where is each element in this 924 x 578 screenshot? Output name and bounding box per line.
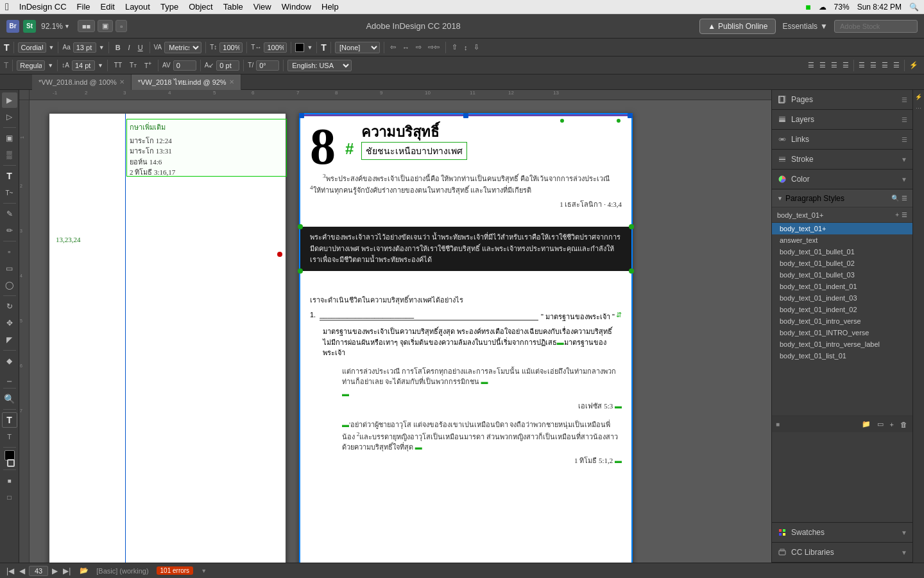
font-name-input[interactable] — [18, 42, 46, 53]
pages-panel-header[interactable]: Pages ☰ — [772, 90, 912, 109]
links-menu-icon[interactable]: ☰ — [902, 136, 907, 143]
direct-select-tool[interactable]: ▷ — [2, 109, 17, 125]
rectangle-tool[interactable]: ▭ — [2, 261, 17, 276]
view-mode-btn3[interactable]: ▫ — [116, 20, 127, 32]
font-style-input[interactable] — [17, 60, 45, 71]
para-align-justify5[interactable]: ☰ — [891, 60, 902, 71]
gap-tool[interactable]: ▒ — [2, 147, 17, 162]
align-right-button[interactable]: ⇨ — [414, 42, 424, 52]
color-arrow[interactable]: ▼ — [307, 44, 312, 51]
pencil-tool[interactable]: ✏ — [2, 223, 17, 238]
tab1-close[interactable]: ✕ — [119, 78, 124, 85]
para-align-justify3[interactable]: ☰ — [868, 60, 878, 71]
scale-v-input[interactable] — [219, 42, 243, 53]
prev-page-button[interactable]: ◀ — [18, 566, 26, 575]
menu-table[interactable]: Table — [223, 2, 243, 12]
style-item-indent-01[interactable]: body_text_01_indent_01 — [772, 281, 912, 292]
error-expand-icon[interactable]: ▼ — [201, 568, 207, 574]
type-on-path-tool[interactable]: T~ — [2, 185, 17, 200]
font-size-input[interactable] — [73, 42, 96, 53]
underline-button[interactable]: U — [135, 43, 146, 52]
error-badge[interactable]: 101 errors — [157, 566, 194, 575]
font-style-chevron[interactable]: ▼ — [47, 62, 53, 69]
para-styles-search-icon[interactable]: 🔍 — [891, 195, 899, 202]
skew-input[interactable] — [256, 60, 279, 71]
para-align-center[interactable]: ☰ — [817, 60, 828, 71]
leading-chevron[interactable]: ▼ — [98, 62, 103, 69]
scale-h-input[interactable] — [264, 42, 287, 53]
style-item-intro-verse-label[interactable]: body_text_01_intro_verse_label — [772, 338, 912, 350]
style-item-list-01[interactable]: body_text_01_list_01 — [772, 350, 912, 362]
search-icon[interactable]: 🔍 — [909, 3, 919, 12]
bold-button[interactable]: B — [113, 43, 123, 52]
menu-layout[interactable]: Layout — [125, 2, 150, 12]
pen-tool[interactable]: ✎ — [2, 206, 17, 222]
eyedropper-tool[interactable]: ◆ — [2, 353, 17, 369]
stock-icon[interactable]: St — [23, 20, 36, 33]
first-page-button[interactable]: |◀ — [5, 566, 15, 575]
leading-input[interactable] — [72, 60, 95, 71]
question-text-area[interactable]: เราจะดำเนินชีวิตในความบริสุทธิ์ทางเพศได้… — [310, 294, 622, 466]
apple-menu[interactable]:  — [5, 1, 9, 13]
tab2-close[interactable]: ✕ — [229, 78, 234, 85]
view-mode-btn1[interactable]: ■■ — [78, 20, 95, 32]
highlighted-text-block[interactable]: พระคำของพระเจ้าลาวไว้อย่างขัดเจนว่า น้ำพ… — [300, 227, 631, 271]
menu-view[interactable]: View — [253, 2, 271, 12]
publish-online-button[interactable]: ▲ Publish Online — [699, 19, 776, 34]
color-panel-header[interactable]: Color ▼ — [772, 170, 912, 189]
menu-type[interactable]: Type — [160, 2, 178, 12]
style-item-indent-02[interactable]: body_text_01_indent_02 — [772, 304, 912, 315]
style-item-answer-text[interactable]: answer_text — [772, 234, 912, 246]
zoom-dropdown-icon[interactable]: ▼ — [64, 23, 70, 30]
style-options-button[interactable]: ☰ — [902, 211, 907, 218]
tab-vw2018[interactable]: *VW_2018.indd @ 100% ✕ — [32, 74, 132, 90]
menu-file[interactable]: File — [77, 2, 90, 12]
color-swatch[interactable] — [295, 43, 304, 52]
left-page[interactable]: กษาเพิ่มเติม มาระโก 12:24 มาระโก 13:31 ย… — [49, 113, 286, 563]
stroke-swatch[interactable] — [7, 459, 15, 467]
page-number-input[interactable] — [29, 566, 48, 576]
style-item-body-text-01-plus[interactable]: body_text_01+ — [772, 223, 912, 234]
canvas-content[interactable]: กษาเพิ่มเติม มาระโก 12:24 มาระโก 13:31 ย… — [30, 100, 771, 563]
cc-libraries-menu-icon[interactable]: ▼ — [901, 549, 907, 556]
style-item-INTRO-verse[interactable]: body_text_01_INTRO_verse — [772, 327, 912, 338]
rotate-tool[interactable]: ↻ — [2, 299, 17, 314]
type-tool-3[interactable]: T — [2, 429, 17, 444]
superscript-button[interactable]: T+ — [142, 60, 154, 70]
menu-object[interactable]: Object — [189, 2, 213, 12]
chapter-heading-area[interactable]: 8 # ความบริสุทธิ์ ชัยชนะเหนือบาปทางเพศ — [310, 118, 622, 169]
layers-panel-header[interactable]: Layers ☰ — [772, 110, 912, 129]
para-align-right[interactable]: ☰ — [829, 60, 839, 71]
style-new-btn[interactable]: + — [887, 419, 896, 430]
style-new-button[interactable]: + — [895, 211, 899, 218]
align-center-button[interactable]: ↔ — [400, 43, 411, 52]
zoom-tool[interactable]: 🔍 — [2, 391, 17, 407]
paragraph-styles-header[interactable]: ▼ Paragraph Styles 🔍 ☰ — [772, 189, 912, 207]
layers-menu-icon[interactable]: ☰ — [902, 116, 907, 123]
style-item-bullet-02[interactable]: body_text_01_bullet_02 — [772, 258, 912, 269]
color-menu-icon[interactable]: ▼ — [901, 176, 907, 183]
right-tool-2[interactable]: ⋯ — [914, 104, 923, 113]
allcaps-button[interactable]: TT — [112, 61, 124, 69]
style-select[interactable]: [None] — [335, 42, 380, 53]
font-dropdown-icon[interactable]: ▼ — [49, 44, 55, 51]
view-preview[interactable]: □ — [2, 489, 17, 505]
bridge-icon[interactable]: Br — [6, 20, 19, 33]
smallcaps-button[interactable]: TT — [127, 61, 139, 69]
zoom-control[interactable]: 92.1% ▼ — [41, 22, 70, 31]
style-item-indent-03[interactable]: body_text_01_indent_03 — [772, 292, 912, 304]
right-page[interactable]: 8 # ความบริสุทธิ์ ชัยชนะเหนือบาปทางเพศ 3… — [299, 113, 633, 563]
menu-indesign[interactable]: InDesign CC — [19, 2, 67, 12]
stroke-panel-header[interactable]: Stroke ▼ — [772, 150, 912, 169]
page-tool[interactable]: ▣ — [2, 130, 17, 146]
baseline-input[interactable] — [216, 60, 239, 71]
cc-libraries-panel-header[interactable]: CC Libraries ▼ — [772, 543, 912, 562]
ellipse-tool[interactable]: ◯ — [2, 277, 17, 293]
para-align-justify2[interactable]: ☰ — [857, 60, 867, 71]
left-page-text-box[interactable]: กษาเพิ่มเติม มาระโก 12:24 มาระโก 13:31 ย… — [126, 119, 287, 177]
language-select[interactable]: English: USA — [287, 60, 352, 71]
essentials-dropdown[interactable]: Essentials ▼ — [782, 22, 828, 31]
swatches-panel-header[interactable]: Swatches ▼ — [772, 523, 912, 542]
para-align-justify4[interactable]: ☰ — [880, 60, 890, 71]
menu-edit[interactable]: Edit — [101, 2, 115, 12]
